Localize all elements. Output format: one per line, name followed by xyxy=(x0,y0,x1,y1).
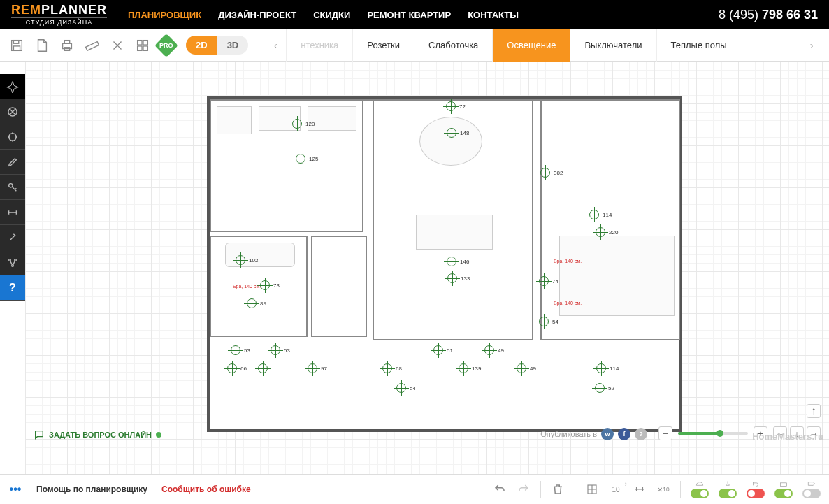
facebook-icon[interactable]: f xyxy=(618,428,630,440)
lighting-marker[interactable] xyxy=(433,345,443,355)
room-wc xyxy=(311,236,367,337)
tab-sockets[interactable]: Розетки xyxy=(352,29,414,62)
new-file-icon[interactable] xyxy=(32,36,52,55)
nav-planner[interactable]: ПЛАНИРОВЩИК xyxy=(128,10,201,20)
lighting-marker[interactable] xyxy=(247,298,257,308)
lighting-marker[interactable] xyxy=(447,257,456,266)
angle-icon[interactable]: ✕10 xyxy=(656,482,670,496)
lighting-marker[interactable] xyxy=(292,119,302,129)
svg-rect-9 xyxy=(138,45,142,50)
svg-point-12 xyxy=(9,133,17,141)
scroll-up-button[interactable]: ↑ xyxy=(807,404,821,418)
phone-number[interactable]: 8 (495) 798 66 31 xyxy=(719,8,818,22)
tool-target-icon[interactable] xyxy=(0,124,25,150)
tab-lowvoltage[interactable]: Слаботочка xyxy=(414,29,492,62)
lighting-marker[interactable] xyxy=(258,363,268,373)
snap-grid-icon[interactable] xyxy=(585,482,599,496)
toggle-labels[interactable] xyxy=(802,489,821,498)
tool-spray-icon[interactable] xyxy=(0,225,25,250)
lighting-marker[interactable] xyxy=(271,345,280,355)
layers-icon[interactable] xyxy=(133,36,152,55)
marker-label: 146 xyxy=(460,259,469,265)
tab-warmfloors[interactable]: Теплые полы xyxy=(656,29,741,62)
tab-lighting[interactable]: Освещение xyxy=(492,29,570,62)
lamp-ceiling-icon xyxy=(695,480,705,487)
view-3d-button[interactable]: 3D xyxy=(217,36,249,55)
lighting-marker[interactable] xyxy=(296,154,305,164)
trash-icon[interactable] xyxy=(551,482,565,496)
nav-design[interactable]: ДИЗАЙН-ПРОЕКТ xyxy=(218,10,296,20)
lighting-marker[interactable] xyxy=(517,363,526,373)
dimensions-icon[interactable] xyxy=(633,482,647,496)
vk-icon[interactable]: w xyxy=(601,428,614,440)
nav-contacts[interactable]: КОНТАКТЫ xyxy=(468,10,519,20)
view-toggle: 2D 3D xyxy=(186,36,248,55)
logo-brand-left: REM xyxy=(11,3,41,17)
marker-label: 139 xyxy=(472,366,481,372)
floorplan[interactable]: 1251201487211422030214613374541027389535… xyxy=(207,96,682,432)
tool-pencil-icon[interactable] xyxy=(0,150,25,175)
lighting-marker[interactable] xyxy=(447,273,457,283)
tool-branch-icon[interactable] xyxy=(0,250,25,275)
marker-label: 120 xyxy=(305,121,315,127)
lighting-marker[interactable] xyxy=(596,227,605,237)
marker-label: 52 xyxy=(608,385,614,391)
help-social-icon[interactable]: ? xyxy=(635,428,647,440)
tab-plumbing[interactable]: нтехника xyxy=(286,29,352,62)
svg-rect-6 xyxy=(86,41,99,50)
toggle-wall-lights[interactable] xyxy=(747,489,765,498)
publish-bar: Опубликовать в w f ? xyxy=(540,428,647,440)
ask-online-button[interactable]: ЗАДАТЬ ВОПРОС ОНЛАЙН xyxy=(34,429,161,440)
toggle-ceiling-lights[interactable] xyxy=(691,489,709,498)
tool-circle-icon[interactable] xyxy=(0,99,25,124)
snap-step-icon[interactable]: 10↕ xyxy=(609,482,623,496)
pro-badge[interactable]: PRO xyxy=(154,34,178,57)
canvas[interactable]: 1251201487211422030214613374541027389535… xyxy=(25,62,829,474)
lighting-marker[interactable] xyxy=(596,363,606,373)
tool-cursor-icon[interactable] xyxy=(0,74,25,99)
undo-icon[interactable] xyxy=(493,482,507,496)
tool-dimension-icon[interactable] xyxy=(0,200,25,225)
lighting-marker[interactable] xyxy=(447,128,456,138)
view-2d-button[interactable]: 2D xyxy=(186,36,217,55)
toggle-pendant-lights[interactable] xyxy=(719,489,737,498)
lighting-marker[interactable] xyxy=(459,363,468,373)
lighting-marker[interactable] xyxy=(484,345,494,355)
toggle-furniture[interactable] xyxy=(774,489,793,498)
ruler-icon[interactable] xyxy=(82,36,102,55)
tool-key-icon[interactable] xyxy=(0,175,25,200)
tool-help-button[interactable]: ? xyxy=(0,275,25,301)
menu-dots-icon[interactable]: ••• xyxy=(8,482,22,496)
lighting-marker[interactable] xyxy=(236,255,245,265)
zoom-slider[interactable] xyxy=(678,432,748,435)
furniture xyxy=(308,106,356,131)
svg-rect-1 xyxy=(13,40,18,43)
print-pdf-icon[interactable] xyxy=(57,36,77,55)
help-planner-link[interactable]: Помощь по планировщику xyxy=(36,484,147,494)
save-icon[interactable] xyxy=(7,36,27,55)
redo-icon[interactable] xyxy=(517,482,531,496)
logo[interactable]: REMPLANNER СТУДИЯ ДИЗАЙНА xyxy=(11,3,107,27)
lighting-marker[interactable] xyxy=(231,345,240,355)
lighting-marker[interactable] xyxy=(589,210,599,219)
lighting-marker[interactable] xyxy=(382,363,392,373)
tools-icon[interactable] xyxy=(108,36,127,55)
bottom-bar: ••• Помощь по планировщику Сообщить об о… xyxy=(0,474,829,504)
lighting-marker[interactable] xyxy=(539,317,549,326)
nav-discounts[interactable]: СКИДКИ xyxy=(313,10,350,20)
nav-renovation[interactable]: РЕМОНТ КВАРТИР xyxy=(367,10,451,20)
lighting-marker[interactable] xyxy=(539,276,549,286)
report-error-link[interactable]: Сообщить об ошибке xyxy=(161,484,251,494)
lighting-marker[interactable] xyxy=(260,280,270,290)
lighting-marker[interactable] xyxy=(595,383,605,393)
main-header: REMPLANNER СТУДИЯ ДИЗАЙНА ПЛАНИРОВЩИК ДИ… xyxy=(0,0,829,29)
lighting-marker[interactable] xyxy=(446,101,456,111)
lighting-marker[interactable] xyxy=(308,363,317,373)
zoom-out-button[interactable]: − xyxy=(658,426,672,440)
tabs-next-icon[interactable]: › xyxy=(801,29,822,62)
lighting-marker[interactable] xyxy=(540,168,550,178)
lighting-marker[interactable] xyxy=(396,383,406,393)
lighting-marker[interactable] xyxy=(227,363,237,373)
tab-switches[interactable]: Выключатели xyxy=(570,29,656,62)
tabs-prev-icon[interactable]: ‹ xyxy=(265,29,286,62)
